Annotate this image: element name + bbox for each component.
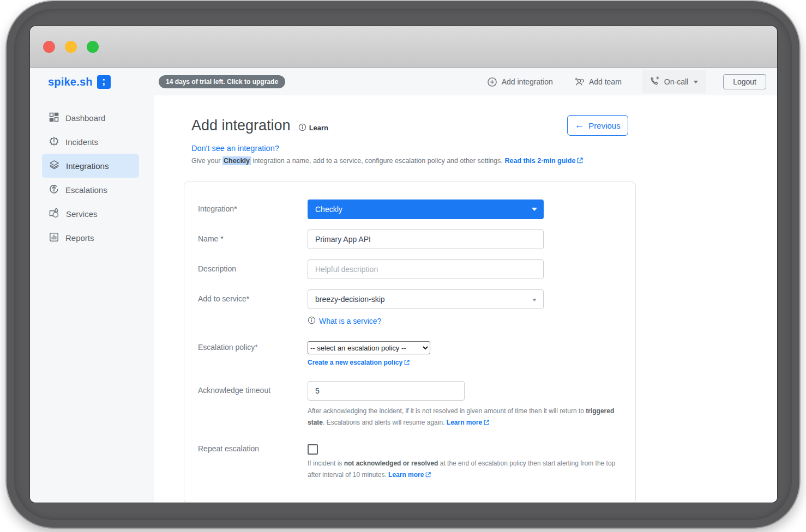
integration-form-card: Integration* Checkly Name * De	[184, 182, 636, 503]
repeat-escalation-checkbox[interactable]	[308, 444, 318, 455]
name-label: Name *	[198, 229, 308, 249]
learn-label: Learn	[309, 124, 328, 132]
external-link-icon	[425, 470, 431, 481]
sidebar-item-label: Reports	[65, 233, 94, 243]
chevron-down-icon	[532, 208, 537, 211]
integration-label: Integration*	[198, 200, 308, 219]
phone-plus-icon	[650, 76, 660, 87]
intro-text: Give your Checkly integration a name, ad…	[191, 157, 777, 165]
sidebar-item-label: Escalations	[65, 185, 107, 195]
sidebar-item-label: Dashboard	[65, 113, 105, 123]
dashboard-icon	[49, 112, 59, 124]
sidebar-item-escalations[interactable]: Escalations	[30, 178, 154, 202]
repeat-helper-bold: not acknowledged or resolved	[344, 460, 438, 467]
sidebar-item-settings[interactable]: ⚙ Settings	[30, 498, 154, 503]
sidebar-item-incidents[interactable]: Incidents	[30, 130, 154, 154]
service-label: Add to service*	[198, 289, 308, 326]
info-icon	[308, 316, 316, 326]
create-escalation-policy-link[interactable]: Create a new escalation policy	[308, 359, 402, 366]
main-content: Add integration Learn ← Previous Don't s…	[154, 95, 777, 503]
sidebar-item-label: Incidents	[65, 137, 98, 147]
integration-select-value: Checkly	[315, 205, 342, 214]
repeat-escalation-label: Repeat escalation	[198, 442, 308, 481]
on-call-label: On-call	[664, 77, 688, 86]
repeat-escalation-helper: If incident is not acknowledged or resol…	[308, 458, 622, 481]
repeat-learn-more-link[interactable]: Learn more	[388, 471, 424, 479]
escalation-policy-label: Escalation policy*	[198, 341, 308, 367]
browser-window: spike.sh ; 14 days of trial left. Click …	[30, 26, 777, 503]
chevron-down-icon	[532, 299, 537, 301]
app-topbar: spike.sh ; 14 days of trial left. Click …	[30, 68, 777, 95]
description-input[interactable]	[308, 259, 544, 279]
integration-select[interactable]: Checkly	[308, 200, 544, 219]
add-team-button[interactable]: Add team	[574, 77, 622, 87]
dont-see-integration-link[interactable]: Don't see an integration?	[191, 144, 279, 153]
learn-link[interactable]: Learn	[298, 123, 328, 133]
sidebar-item-label: Services	[66, 209, 98, 219]
logo-mark-icon: ;	[97, 75, 111, 89]
service-select-value: breezy-decision-skip	[315, 295, 385, 304]
brand-logo[interactable]: spike.sh ;	[30, 75, 154, 89]
sidebar-item-reports[interactable]: Reports	[30, 226, 154, 250]
service-select[interactable]: breezy-decision-skip	[308, 289, 544, 309]
escalation-policy-select[interactable]: -- select an escalation policy --	[308, 341, 430, 354]
add-team-label: Add team	[589, 77, 622, 86]
ack-timeout-label: Acknowledge timeout	[198, 381, 308, 429]
ack-helper-mid: . Escalations and alerts will resume aga…	[323, 419, 447, 426]
logo-text: spike.sh	[48, 76, 93, 88]
add-team-icon	[574, 77, 585, 87]
previous-button[interactable]: ← Previous	[567, 115, 628, 136]
maximize-window-button[interactable]	[87, 41, 99, 53]
add-integration-topbar-button[interactable]: Add integration	[487, 77, 553, 87]
ack-helper-pre: After acknowledging the incident, if it …	[308, 407, 586, 415]
external-link-icon	[484, 418, 489, 429]
previous-label: Previous	[588, 121, 620, 130]
sidebar-item-services[interactable]: Services	[30, 202, 154, 226]
services-icon	[49, 208, 59, 220]
intro-post: integration a name, add to a service, co…	[251, 157, 505, 165]
incidents-icon	[49, 136, 59, 148]
sidebar: Dashboard Incidents	[30, 95, 154, 503]
chevron-down-icon	[694, 81, 698, 83]
plus-circle-icon	[487, 77, 497, 87]
escalations-icon	[49, 184, 59, 196]
intro-pre: Give your	[191, 157, 222, 165]
on-call-dropdown[interactable]: On-call	[642, 70, 706, 93]
add-integration-topbar-label: Add integration	[502, 77, 553, 86]
sidebar-item-integrations[interactable]: Integrations	[42, 154, 139, 178]
what-is-a-service-link[interactable]: What is a service?	[319, 317, 381, 325]
page-title: Add integration	[191, 117, 291, 134]
sidebar-item-label: Integrations	[66, 161, 109, 171]
guide-link[interactable]: Read this 2-min guide	[504, 157, 575, 165]
logout-button[interactable]: Logout	[723, 74, 766, 89]
external-link-icon	[577, 158, 583, 165]
description-label: Description	[198, 259, 308, 279]
ack-timeout-helper: After acknowledging the incident, if it …	[308, 406, 622, 429]
trial-upgrade-badge[interactable]: 14 days of trial left. Click to upgrade	[159, 75, 285, 88]
sidebar-item-dashboard[interactable]: Dashboard	[30, 106, 154, 130]
integrations-icon	[49, 160, 59, 172]
close-window-button[interactable]	[43, 41, 55, 53]
ack-timeout-input[interactable]	[308, 381, 465, 401]
intro-highlight: Checkly	[222, 156, 251, 165]
external-link-icon	[404, 359, 410, 367]
info-icon	[298, 123, 306, 133]
arrow-left-icon: ←	[575, 120, 584, 131]
window-titlebar	[30, 26, 777, 68]
minimize-window-button[interactable]	[65, 41, 77, 53]
repeat-helper-pre: If incident is	[308, 460, 344, 467]
name-input[interactable]	[308, 229, 544, 249]
ack-learn-more-link[interactable]: Learn more	[447, 419, 482, 426]
reports-icon	[49, 232, 59, 244]
